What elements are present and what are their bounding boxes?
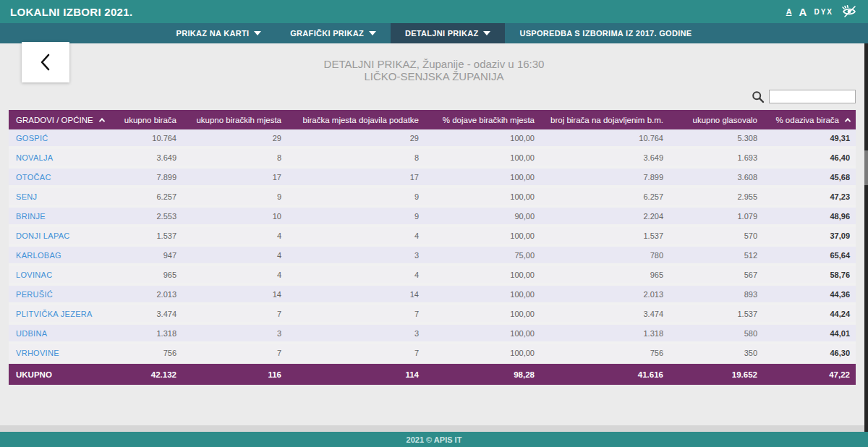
footer-text: 2021 © APIS IT	[407, 435, 462, 444]
value-cell: 37,09	[763, 227, 856, 247]
value-cell: 3	[287, 325, 425, 344]
value-cell: 6.257	[117, 188, 182, 208]
municipality-link[interactable]: PERUŠIĆ	[16, 290, 53, 299]
column-header-4[interactable]: % dojave biračkih mjesta	[425, 110, 540, 129]
municipality-link[interactable]: UDBINA	[16, 329, 47, 338]
content-area: DETALJNI PRIKAZ, Županije - odaziv u 16:…	[0, 43, 868, 432]
municipality-link[interactable]: VRHOVINE	[16, 349, 59, 357]
municipality-link[interactable]: LOVINAC	[16, 271, 52, 279]
table-row: BRINJE2.55310990,002.2041.07948,96	[9, 208, 856, 227]
municipality-link[interactable]: PLITVIČKA JEZERA	[16, 310, 93, 318]
value-cell: 4	[182, 266, 287, 286]
value-cell: 10.764	[117, 129, 182, 149]
column-header-1[interactable]: ukupno birača	[117, 110, 182, 129]
value-cell: 965	[540, 266, 669, 286]
value-cell: 2.955	[669, 188, 763, 208]
table-row: GOSPIĆ10.7642929100,0010.7645.30849,31	[9, 129, 856, 149]
back-button[interactable]	[22, 42, 69, 82]
value-cell: 2.204	[540, 208, 669, 227]
nav-graficki-prikaz[interactable]: GRAFIČKI PRIKAZ	[276, 23, 391, 43]
table-header: GRADOVI / OPĆINEukupno biračaukupno bira…	[9, 110, 856, 129]
nav-usporedba-2017[interactable]: USPOREDBA S IZBORIMA IZ 2017. GODINE	[505, 23, 706, 43]
table-row: OTOČAC7.8991717100,007.8993.60845,68	[9, 169, 856, 188]
value-cell: 8	[182, 149, 287, 169]
value-cell: 580	[669, 325, 763, 344]
search-input[interactable]	[769, 90, 856, 103]
column-header-7[interactable]: % odaziva birača	[763, 110, 856, 129]
value-cell: 756	[540, 344, 669, 364]
scrollbar-thumb[interactable]	[864, 150, 868, 185]
value-cell: 48,96	[763, 208, 856, 227]
app-title: LOKALNI IZBORI 2021.	[10, 6, 132, 18]
table-row: VRHOVINE75677100,0075635046,30	[9, 344, 856, 364]
municipality-link[interactable]: KARLOBAG	[16, 251, 61, 260]
table-row: NOVALJA3.64988100,003.6491.69346,40	[9, 149, 856, 169]
total-value-cell: 47,22	[763, 364, 856, 385]
value-cell: 1.079	[669, 208, 763, 227]
value-cell: 947	[117, 247, 182, 266]
total-value-cell: 116	[182, 364, 287, 385]
nav-prikaz-na-karti[interactable]: PRIKAZ NA KARTI	[162, 23, 276, 43]
value-cell: 46,40	[763, 149, 856, 169]
chevron-down-icon	[254, 31, 261, 35]
value-cell: 100,00	[425, 344, 540, 364]
municipality-link[interactable]: NOVALJA	[16, 153, 53, 162]
value-cell: 46,30	[763, 344, 856, 364]
value-cell: 29	[287, 129, 425, 149]
municipality-link[interactable]: GOSPIĆ	[16, 134, 48, 142]
column-header-3[interactable]: biračka mjesta dojavila podatke	[287, 110, 425, 129]
municipality-link[interactable]: SENJ	[16, 192, 37, 201]
value-cell: 8	[287, 149, 425, 169]
value-cell: 7	[287, 344, 425, 364]
total-value-cell: 114	[287, 364, 425, 385]
value-cell: 2.013	[540, 286, 669, 305]
municipality-cell: PERUŠIĆ	[9, 286, 117, 305]
total-label-cell: UKUPNO	[9, 364, 117, 385]
value-cell: 100,00	[425, 188, 540, 208]
column-header-6[interactable]: ukupno glasovalo	[669, 110, 763, 129]
municipality-cell: SENJ	[9, 188, 117, 208]
municipality-cell: KARLOBAG	[9, 247, 117, 266]
value-cell: 100,00	[425, 266, 540, 286]
table-row: DONJI LAPAC1.53744100,001.53757037,09	[9, 227, 856, 247]
municipality-link[interactable]: BRINJE	[16, 212, 46, 221]
dyslexia-font-button[interactable]: DYX	[814, 8, 833, 16]
value-cell: 4	[182, 247, 287, 266]
value-cell: 44,01	[763, 325, 856, 344]
value-cell: 3.474	[117, 305, 182, 325]
page-title-line1: DETALJNI PRIKAZ, Županije - odaziv u 16:…	[0, 58, 868, 70]
value-cell: 1.537	[669, 305, 763, 325]
municipality-cell: NOVALJA	[9, 149, 117, 169]
value-cell: 3	[287, 247, 425, 266]
value-cell: 512	[669, 247, 763, 266]
municipality-link[interactable]: DONJI LAPAC	[16, 231, 70, 240]
value-cell: 570	[669, 227, 763, 247]
table-row: PLITVIČKA JEZERA3.47477100,003.4741.5374…	[9, 305, 856, 325]
value-cell: 2.013	[117, 286, 182, 305]
nav-detaljni-prikaz[interactable]: DETALJNI PRIKAZ	[391, 23, 505, 43]
municipality-cell: GOSPIĆ	[9, 129, 117, 149]
table-row: SENJ6.25799100,006.2572.95547,23	[9, 188, 856, 208]
value-cell: 567	[669, 266, 763, 286]
municipality-cell: UDBINA	[9, 325, 117, 344]
footer: 2021 © APIS IT	[0, 432, 868, 447]
results-table: GRADOVI / OPĆINEukupno biračaukupno bira…	[9, 110, 856, 385]
column-header-2[interactable]: ukupno biračkih mjesta	[182, 110, 287, 129]
municipality-link[interactable]: OTOČAC	[16, 173, 51, 182]
scrollbar-track[interactable]	[864, 43, 868, 432]
font-size-large-button[interactable]: A	[799, 6, 807, 18]
font-size-small-button[interactable]: A	[786, 7, 792, 16]
total-value-cell: 41.616	[540, 364, 669, 385]
value-cell: 100,00	[425, 286, 540, 305]
value-cell: 350	[669, 344, 763, 364]
value-cell: 47,23	[763, 188, 856, 208]
column-header-5[interactable]: broj birača na dojavljenim b.m.	[540, 110, 669, 129]
value-cell: 3.474	[540, 305, 669, 325]
visibility-accessibility-icon[interactable]	[841, 4, 858, 19]
value-cell: 100,00	[425, 227, 540, 247]
municipality-cell: BRINJE	[9, 208, 117, 227]
column-header-gradovi-opcine[interactable]: GRADOVI / OPĆINE	[9, 110, 117, 129]
value-cell: 965	[117, 266, 182, 286]
value-cell: 6.257	[540, 188, 669, 208]
value-cell: 4	[287, 266, 425, 286]
